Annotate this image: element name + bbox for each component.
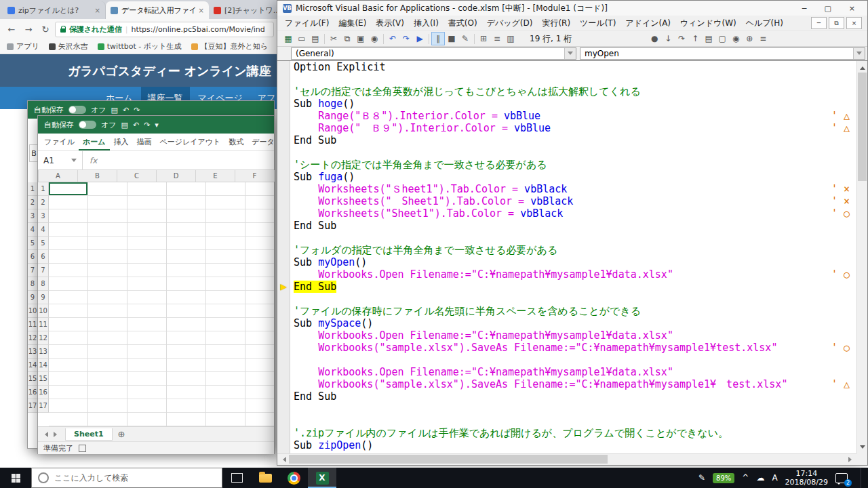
code-line[interactable] bbox=[294, 403, 856, 415]
mdi-restore-button[interactable]: ⧉ bbox=[829, 17, 844, 29]
code-line[interactable]: Sub fuga() bbox=[294, 171, 856, 183]
code-line[interactable]: 'セルの指定では全角英数が混じってもこびとちゃんは拡大解釈してくれる bbox=[294, 85, 856, 98]
row-header[interactable]: 12 bbox=[28, 331, 38, 345]
code-editor[interactable]: ▶ Option Explicit'セルの指定では全角英数が混じってもこびとちゃ… bbox=[277, 60, 867, 453]
break-icon[interactable]: ∥ bbox=[431, 32, 445, 45]
ime-mode-indicator[interactable]: A bbox=[772, 473, 777, 483]
sheet-nav-left-icon[interactable] bbox=[42, 432, 48, 437]
code-lines[interactable]: Option Explicit'セルの指定では全角英数が混じってもこびとちゃんは… bbox=[290, 61, 856, 453]
design-mode-icon[interactable]: ✎ bbox=[458, 32, 472, 45]
back-button[interactable]: ← bbox=[4, 22, 19, 37]
step-into-icon[interactable]: ↓ bbox=[661, 32, 675, 45]
row-header[interactable]: 7 bbox=[38, 264, 49, 277]
row-header[interactable]: 13 bbox=[28, 345, 38, 359]
procedure-combo[interactable]: myOpen bbox=[580, 47, 865, 60]
autosave-toggle[interactable] bbox=[68, 106, 86, 114]
vba-titlebar[interactable]: VB Microsoft Visual Basic for Applicatio… bbox=[277, 1, 867, 16]
redo-icon[interactable]: ↷ bbox=[399, 32, 413, 45]
selected-cell-a1[interactable] bbox=[49, 182, 87, 195]
code-line[interactable]: End Sub bbox=[294, 220, 856, 232]
row-header[interactable]: 15 bbox=[38, 372, 49, 386]
menu-item[interactable]: 挿入(I) bbox=[409, 16, 443, 30]
taskbar-clock[interactable]: 17:14 2018/08/29 bbox=[785, 469, 828, 487]
row-header[interactable]: 2 bbox=[38, 196, 49, 209]
row-header[interactable]: 11 bbox=[38, 318, 49, 331]
code-line[interactable]: Workbooks("sample.xlsx").SaveAs Filename… bbox=[294, 378, 856, 390]
ribbon-tab[interactable]: 挿入 bbox=[110, 134, 133, 150]
code-line[interactable] bbox=[294, 415, 856, 427]
row-header[interactable]: 16 bbox=[38, 386, 49, 399]
properties-window-icon[interactable]: ≡ bbox=[490, 32, 504, 45]
tab-close-icon[interactable]: × bbox=[95, 7, 100, 14]
toggle-breakpoint-icon[interactable]: ● bbox=[648, 32, 661, 45]
menu-item[interactable]: 書式(O) bbox=[443, 16, 482, 30]
browser-tab[interactable]: [2]チャットワ...× bbox=[209, 1, 278, 19]
scroll-right-icon[interactable] bbox=[846, 454, 856, 464]
code-line[interactable]: Workbooks("sample.xlsx").SaveAs Filename… bbox=[294, 342, 856, 354]
reload-button[interactable]: ↻ bbox=[38, 22, 53, 37]
row-header[interactable]: 6 bbox=[28, 250, 38, 264]
save-icon[interactable]: ▤ bbox=[309, 32, 322, 45]
menu-item[interactable]: ファイル(F) bbox=[280, 16, 334, 30]
code-line[interactable] bbox=[294, 232, 856, 244]
ribbon-tab[interactable]: ファイル bbox=[40, 134, 79, 150]
macro-record-icon[interactable] bbox=[79, 445, 86, 452]
minimize-button[interactable]: ─ bbox=[802, 4, 807, 13]
object-combo[interactable]: (General) bbox=[291, 47, 576, 60]
copy-icon[interactable]: ⧉ bbox=[340, 32, 354, 45]
task-view-button[interactable] bbox=[222, 468, 251, 488]
row-header[interactable]: 17 bbox=[38, 399, 49, 413]
excel-taskbar-button[interactable]: X bbox=[308, 468, 336, 488]
onedrive-cloud-icon[interactable]: ☁ bbox=[756, 473, 764, 483]
add-sheet-icon[interactable]: ⊕ bbox=[118, 429, 125, 439]
address-bar[interactable]: 保護された通信 | https://online.pc5bai.com/Movi… bbox=[55, 22, 274, 37]
locals-window-icon[interactable]: ▤ bbox=[702, 32, 715, 45]
code-line[interactable]: End Sub bbox=[294, 134, 856, 146]
scroll-left-icon[interactable] bbox=[277, 454, 288, 464]
menu-item[interactable]: 編集(E) bbox=[334, 16, 371, 30]
undo-icon[interactable]: ↶ bbox=[386, 32, 399, 45]
row-header[interactable]: 14 bbox=[28, 359, 38, 372]
find-icon[interactable]: ◉ bbox=[368, 32, 381, 45]
qat-customize-icon[interactable]: ▾ bbox=[155, 121, 159, 129]
autosave-toggle[interactable] bbox=[79, 121, 96, 129]
row-header[interactable]: 10 bbox=[28, 304, 38, 318]
column-header[interactable]: F bbox=[235, 170, 275, 182]
horizontal-scroll-thumb[interactable] bbox=[289, 455, 608, 464]
code-line[interactable]: Workbooks.Open Filename:="C:¥namepath¥my… bbox=[294, 366, 856, 378]
bookmark-item[interactable]: twittbot - ボット生成 bbox=[98, 41, 182, 52]
code-line[interactable]: 'フォルダの指定では半角全角まで一致させる必要がある bbox=[294, 244, 856, 256]
row-header[interactable]: 3 bbox=[38, 209, 49, 223]
row-header[interactable]: 1 bbox=[28, 182, 38, 196]
ribbon-tab[interactable]: ホーム bbox=[79, 134, 110, 150]
project-explorer-icon[interactable]: ⊞ bbox=[477, 32, 490, 45]
row-header[interactable]: 13 bbox=[38, 345, 49, 359]
menu-item[interactable]: 実行(R) bbox=[537, 16, 575, 30]
start-button[interactable] bbox=[0, 468, 31, 488]
menu-item[interactable]: ツール(T) bbox=[575, 16, 620, 30]
view-excel-icon[interactable]: ▦ bbox=[281, 32, 295, 45]
code-line[interactable]: Sub zipOpen() bbox=[294, 439, 856, 451]
object-browser-icon[interactable]: ▥ bbox=[504, 32, 517, 45]
redo-icon[interactable]: ↷ bbox=[134, 106, 140, 115]
ribbon-tab[interactable]: 描画 bbox=[133, 134, 156, 150]
mdi-close-button[interactable]: × bbox=[846, 17, 862, 29]
code-line[interactable]: 'シートの指定では半角全角まで一致させる必要がある bbox=[294, 159, 856, 171]
formula-input[interactable] bbox=[104, 151, 274, 169]
horizontal-scrollbar[interactable] bbox=[277, 453, 856, 464]
code-line[interactable]: Sub hoge() bbox=[294, 98, 856, 110]
row-header[interactable]: 9 bbox=[28, 291, 38, 304]
call-stack-icon[interactable]: ≡ bbox=[756, 32, 770, 45]
column-header[interactable]: A bbox=[39, 170, 78, 182]
code-line[interactable]: Range(" Ｂ９").Interior.Color = vbBlue' △ bbox=[294, 122, 856, 134]
action-center-icon[interactable]: 2 bbox=[835, 473, 848, 483]
row-header[interactable]: 14 bbox=[38, 359, 49, 372]
row-header[interactable]: 6 bbox=[38, 250, 49, 264]
code-line[interactable]: Range("Ｂ８").Interior.Color = vbBlue' △ bbox=[294, 110, 856, 122]
menu-item[interactable]: ウィンドウ(W) bbox=[675, 16, 741, 30]
column-header[interactable]: B bbox=[78, 170, 117, 182]
code-line[interactable]: End Sub bbox=[294, 390, 856, 403]
show-desktop-button[interactable] bbox=[861, 468, 864, 488]
tab-close-icon[interactable]: × bbox=[199, 7, 204, 14]
taskbar-search[interactable]: ここに入力して検索 bbox=[31, 468, 222, 488]
